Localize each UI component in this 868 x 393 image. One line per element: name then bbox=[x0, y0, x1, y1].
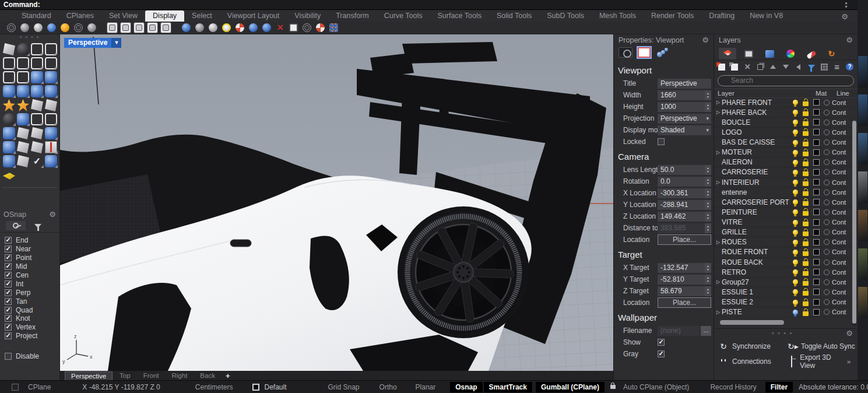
osnap-option-mid[interactable]: Mid bbox=[5, 262, 59, 271]
osnap-option-int[interactable]: Int bbox=[5, 279, 59, 288]
arctic-mode-icon[interactable] bbox=[120, 22, 131, 33]
title-field[interactable]: Perspective bbox=[658, 79, 711, 89]
new-sublayer-icon[interactable] bbox=[730, 62, 739, 71]
layer-material-cell[interactable] bbox=[821, 199, 832, 205]
layer-visibility-cell[interactable] bbox=[790, 279, 800, 285]
menu-tab-drafting[interactable]: Drafting bbox=[701, 10, 742, 22]
curve-freeform-icon[interactable] bbox=[17, 71, 29, 83]
layer-visibility-cell[interactable] bbox=[790, 289, 800, 294]
layer-visibility-cell[interactable] bbox=[790, 240, 800, 245]
osnap-settings-gear-icon[interactable]: ⚙ bbox=[49, 210, 56, 219]
more-chevron[interactable]: » bbox=[847, 358, 851, 365]
layer-visibility-cell[interactable] bbox=[790, 209, 800, 215]
spinner-distance-to-targ[interactable]: ▲▼ bbox=[705, 223, 711, 233]
layers-horizontal-scrollbar[interactable] bbox=[719, 320, 853, 325]
layer-lock-cell[interactable] bbox=[800, 238, 811, 246]
layer-lock-cell[interactable] bbox=[800, 258, 811, 266]
blend-curve-icon[interactable] bbox=[45, 113, 57, 125]
ellipse-icon[interactable] bbox=[17, 57, 29, 69]
layer-linetype[interactable]: Cont bbox=[832, 229, 849, 236]
layer-linetype[interactable]: Cont bbox=[832, 139, 849, 146]
surface-sweep-icon[interactable] bbox=[45, 71, 57, 83]
osnap-option-point[interactable]: Point bbox=[5, 254, 59, 262]
grid-sphere-icon[interactable] bbox=[19, 22, 30, 33]
cplane-selector[interactable]: CPlane bbox=[28, 383, 51, 391]
layer-linetype[interactable]: Cont bbox=[832, 299, 849, 306]
layer-visibility-cell[interactable] bbox=[790, 120, 800, 125]
layer-linetype[interactable]: Cont bbox=[832, 189, 849, 196]
visibility-icon[interactable] bbox=[3, 155, 15, 167]
spinner-z-target[interactable]: ▲▼ bbox=[705, 286, 711, 296]
projection-dropdown[interactable]: Perspective bbox=[658, 114, 706, 124]
viewport-3d-scene[interactable]: z x y bbox=[60, 34, 613, 371]
layer-material-cell[interactable] bbox=[821, 110, 832, 115]
delete-mapping-icon[interactable] bbox=[275, 22, 286, 33]
layer-material-cell[interactable] bbox=[821, 239, 832, 245]
layer-material-cell[interactable] bbox=[821, 269, 832, 275]
y-target-field[interactable]: -52.810 bbox=[658, 275, 705, 285]
layer-visibility-cell[interactable] bbox=[790, 250, 800, 255]
layer-lock-cell[interactable] bbox=[800, 208, 811, 216]
layer-color-cell[interactable] bbox=[811, 299, 821, 306]
layers-tab-color-wheel[interactable] bbox=[782, 48, 799, 59]
layer-material-cell[interactable] bbox=[821, 259, 832, 265]
transform-tools-icon[interactable] bbox=[45, 127, 57, 139]
layer-lock-cell[interactable] bbox=[800, 229, 811, 236]
layer-row-logo[interactable]: LOGOCont bbox=[714, 128, 858, 138]
status-toggle-osnap[interactable]: Osnap bbox=[450, 382, 482, 392]
layer-linetype[interactable]: Cont bbox=[832, 119, 849, 126]
box-icon[interactable] bbox=[3, 85, 15, 97]
layer-row-interieur[interactable]: ▷INTERIEURCont bbox=[714, 178, 858, 188]
duplicate-layer-icon[interactable] bbox=[756, 62, 765, 71]
layer-linetype[interactable]: Cont bbox=[832, 259, 849, 266]
layer-color-cell[interactable] bbox=[811, 239, 821, 245]
layer-visibility-cell[interactable] bbox=[790, 100, 800, 105]
point-cloud-icon[interactable] bbox=[3, 113, 15, 125]
osnap-option-near[interactable]: Near bbox=[5, 245, 59, 254]
osnap-option-perp[interactable]: Perp bbox=[5, 288, 59, 297]
layers-tab-display[interactable] bbox=[740, 48, 757, 59]
layers-tab-sync[interactable]: ↻ bbox=[824, 48, 841, 59]
move-down-icon[interactable] bbox=[782, 62, 790, 71]
layer-lock-cell[interactable] bbox=[800, 188, 811, 196]
linked-spheres-icon[interactable] bbox=[181, 22, 192, 33]
viewport-tab-top[interactable]: Top bbox=[114, 371, 136, 380]
viewport-tab-right[interactable]: Right bbox=[166, 371, 193, 380]
spinner-x-location[interactable]: ▲▼ bbox=[705, 188, 711, 198]
menu-tab-curve-tools[interactable]: Curve Tools bbox=[377, 10, 430, 22]
menu-tab-transform[interactable]: Transform bbox=[328, 10, 377, 22]
layer-linetype[interactable]: Cont bbox=[832, 129, 849, 136]
spinner-height[interactable]: ▲▼ bbox=[705, 102, 711, 112]
layer-color-cell[interactable] bbox=[811, 279, 821, 285]
layer-material-cell[interactable] bbox=[821, 299, 832, 305]
layer-row-carroserie[interactable]: CARROSERIECont bbox=[714, 167, 858, 177]
move-up-icon[interactable] bbox=[769, 62, 778, 71]
monitor-icon[interactable] bbox=[288, 22, 299, 33]
layer-linetype[interactable]: Cont bbox=[832, 289, 849, 296]
layer-material-cell[interactable] bbox=[821, 120, 832, 125]
layer-row-phare-front[interactable]: ▷PHARE FRONTCont bbox=[714, 98, 858, 108]
layer-row-phare-back[interactable]: ▷PHARE BACKCont bbox=[714, 108, 858, 118]
solid-box-icon[interactable] bbox=[3, 141, 15, 153]
expand-arrow-icon[interactable]: ▷ bbox=[716, 150, 722, 155]
camera-sphere-icon[interactable] bbox=[248, 22, 259, 33]
wires-icon[interactable] bbox=[17, 155, 29, 167]
layer-row-entenne[interactable]: entenneCont bbox=[714, 188, 858, 198]
layer-visibility-cell[interactable] bbox=[790, 199, 800, 205]
gray-checkbox[interactable] bbox=[658, 350, 665, 357]
layer-row-grille[interactable]: GRILLECont bbox=[714, 227, 858, 237]
layer-visibility-cell[interactable] bbox=[790, 300, 800, 305]
layer-color-cell[interactable] bbox=[811, 259, 821, 265]
torus-icon[interactable] bbox=[31, 85, 43, 97]
new-layer-icon[interactable] bbox=[718, 62, 726, 71]
layer-row-moteur[interactable]: ▷MOTEURCont bbox=[714, 148, 858, 157]
expand-arrow-icon[interactable]: ▷ bbox=[716, 180, 722, 185]
shaded-mode-icon[interactable] bbox=[107, 22, 118, 33]
layer-visibility-cell[interactable] bbox=[790, 310, 800, 315]
filename-field[interactable]: (none) bbox=[658, 326, 700, 336]
mini-spheres-icon[interactable] bbox=[86, 22, 97, 33]
layer-lock-cell[interactable] bbox=[800, 149, 811, 156]
layer-row-roue-back[interactable]: ROUE BACKCont bbox=[714, 258, 858, 268]
paint-bucket-icon[interactable] bbox=[3, 169, 15, 181]
menu-tab-standard[interactable]: Standard bbox=[14, 10, 59, 22]
